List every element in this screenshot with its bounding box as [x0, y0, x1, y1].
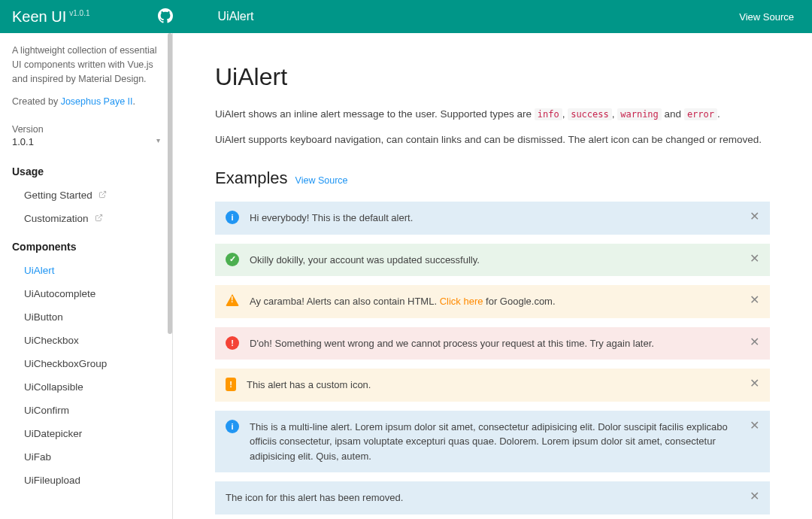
section-usage: Usage	[0, 155, 172, 184]
close-icon[interactable]: ✕	[750, 211, 759, 223]
section-components: Components	[0, 230, 172, 259]
close-icon[interactable]: ✕	[750, 490, 759, 502]
scrollbar[interactable]	[168, 33, 172, 334]
version-label: Version	[0, 118, 172, 136]
author-link[interactable]: Josephus Paye II	[61, 96, 133, 107]
version-select[interactable]: 1.0.1▾	[0, 136, 172, 155]
sidebar-item-uicheckbox[interactable]: UiCheckbox	[0, 329, 172, 352]
code-info: info	[535, 108, 562, 120]
svg-line-1	[98, 214, 102, 218]
info-icon: i	[226, 211, 239, 224]
alert-warning: !This alert has a custom icon.✕	[215, 369, 770, 402]
page-title: UiAlert	[215, 63, 770, 91]
sidebar-item-customization[interactable]: Customization	[0, 207, 172, 230]
alert-info: iThis is a multi-line alert. Lorem ipsum…	[215, 411, 770, 473]
alert-body: This alert has a custom icon.	[247, 378, 741, 393]
view-source-link[interactable]: View Source	[739, 11, 794, 23]
close-icon[interactable]: ✕	[750, 420, 759, 432]
sidebar-item-getting-started[interactable]: Getting Started	[0, 184, 172, 207]
sidebar-item-uiautocomplete[interactable]: UiAutocomplete	[0, 282, 172, 305]
main-content: UiAlert UiAlert shows an inline alert me…	[173, 33, 812, 519]
close-icon[interactable]: ✕	[750, 253, 759, 265]
sidebar-item-uifab[interactable]: UiFab	[0, 445, 172, 469]
alert-body: This is a multi-line alert. Lorem ipsum …	[250, 420, 741, 464]
sidebar-item-uifileupload[interactable]: UiFileupload	[0, 469, 172, 492]
sidebar-item-uialert[interactable]: UiAlert	[0, 259, 172, 282]
intro-paragraph-1: UiAlert shows an inline alert message to…	[215, 106, 770, 123]
sidebar-item-uibutton[interactable]: UiButton	[0, 305, 172, 329]
alert-body: D'oh! Something went wrong and we cannot…	[250, 336, 741, 351]
alert-info: iHi everybody! This is the default alert…	[215, 202, 770, 235]
sidebar: A lightweight collection of essential UI…	[0, 33, 173, 519]
sidebar-item-uidatepicker[interactable]: UiDatepicker	[0, 422, 172, 445]
code-error: error	[684, 108, 717, 120]
code-warning: warning	[617, 108, 662, 120]
github-icon[interactable]	[158, 8, 173, 26]
custom-icon: !	[226, 378, 236, 391]
close-icon[interactable]: ✕	[750, 378, 759, 390]
check-icon: ✓	[226, 253, 239, 266]
alert-info: The icon for this alert has been removed…	[215, 481, 770, 514]
close-icon[interactable]: ✕	[750, 294, 759, 306]
alert-body: Ay caramba! Alerts can also contain HTML…	[250, 294, 741, 309]
code-success: success	[568, 108, 612, 120]
alert-body: The icon for this alert has been removed…	[226, 490, 741, 505]
sidebar-author: Created by Josephus Paye II.	[0, 95, 172, 118]
examples-view-source-link[interactable]: View Source	[295, 175, 348, 186]
external-link-icon	[95, 213, 103, 224]
info-icon: i	[226, 420, 239, 433]
logo[interactable]: Keen UIv1.0.1	[12, 8, 90, 26]
error-icon: !	[226, 336, 239, 350]
alert-body: Okilly dokilly, your account was updated…	[250, 253, 741, 268]
chevron-down-icon: ▾	[156, 136, 160, 147]
alert-success: ✓Okilly dokilly, your account was update…	[215, 244, 770, 277]
intro-paragraph-2: UiAlert supports keyboard navigation, ca…	[215, 132, 770, 148]
sidebar-description: A lightweight collection of essential UI…	[0, 44, 172, 95]
alert-body: Hi everybody! This is the default alert.	[250, 211, 741, 226]
alert-error: !D'oh! Something went wrong and we canno…	[215, 327, 770, 360]
external-link-icon	[98, 190, 107, 201]
sidebar-item-uiconfirm[interactable]: UiConfirm	[0, 399, 172, 422]
examples-heading: Examples View Source	[215, 168, 770, 188]
version-badge: v1.0.1	[69, 9, 89, 17]
app-header: Keen UIv1.0.1 UiAlert View Source	[0, 0, 812, 33]
alert-link[interactable]: Click here	[440, 296, 483, 307]
close-icon[interactable]: ✕	[750, 336, 759, 348]
sidebar-item-uicollapsible[interactable]: UiCollapsible	[0, 375, 172, 399]
sidebar-item-uicheckboxgroup[interactable]: UiCheckboxGroup	[0, 352, 172, 375]
svg-line-0	[102, 191, 105, 195]
alert-warning: Ay caramba! Alerts can also contain HTML…	[215, 285, 770, 318]
header-title: UiAlert	[218, 10, 254, 23]
warning-icon	[226, 294, 239, 306]
